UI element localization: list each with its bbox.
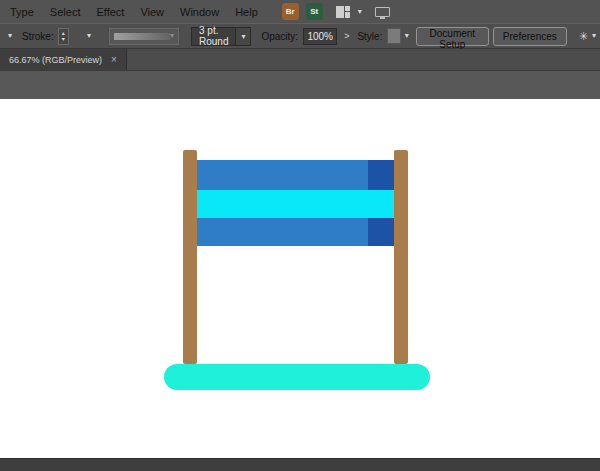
style-label: Style: [357,31,382,42]
style-chevron-icon[interactable]: ▾ [405,32,409,40]
banner-stripe-blue-top[interactable] [197,160,394,190]
menu-window[interactable]: Window [172,0,227,23]
pasteboard [0,71,600,99]
sign-post-right[interactable] [394,150,408,364]
spinner-down-icon[interactable]: ▾ [62,36,65,42]
stroke-weight-stepper[interactable]: ▴ ▾ [58,28,69,45]
brush-definition-dropdown[interactable]: 3 pt. Round ▾ [191,27,251,46]
banner-shape[interactable] [197,160,394,246]
sign-post-left[interactable] [183,150,197,364]
grid-cell [345,6,350,12]
grid-cell [345,12,350,18]
collapsed-control-chevron-icon[interactable]: ▾ [8,32,12,40]
stroke-weight-chevron-icon[interactable]: ▾ [87,32,91,40]
menu-view[interactable]: View [132,0,172,23]
grid-cell [336,6,344,18]
select-similar-icon[interactable]: ✳ [579,30,588,43]
brush-definition-value: 3 pt. Round [192,25,235,47]
stock-button[interactable]: St [306,3,323,20]
menu-help[interactable]: Help [227,0,266,23]
document-tab[interactable]: 66.67% (RGB/Preview) × [0,49,127,70]
control-bar: ▾ Stroke: ▴ ▾ ▾ ▾ 3 pt. Round ▾ Opacity:… [0,23,600,49]
select-similar-chevron-icon[interactable]: ▾ [592,32,596,40]
base-pill-shape[interactable] [164,364,430,390]
menu-select[interactable]: Select [42,0,89,23]
width-profile-preview [114,33,170,40]
preferences-button[interactable]: Preferences [493,27,567,46]
tab-close-icon[interactable]: × [111,54,117,65]
opacity-dropdown[interactable]: 100% [303,28,337,45]
opacity-value: 100% [307,31,333,42]
stroke-label: Stroke: [22,31,54,42]
opacity-flyout-arrow-icon[interactable]: > [344,31,349,41]
menu-bar-icons: Br St ▾ [282,3,390,20]
banner-shadow-bottom[interactable] [368,218,394,246]
banner-shadow-top[interactable] [368,160,394,190]
menu-type[interactable]: Type [2,0,42,23]
width-profile-dropdown[interactable]: ▾ [109,28,179,45]
artboard-canvas[interactable] [0,99,600,458]
arrange-documents-icon[interactable] [336,6,351,18]
banner-stripe-cyan[interactable] [197,190,394,218]
share-screen-icon[interactable] [375,7,390,17]
opacity-label: Opacity: [261,31,298,42]
document-tab-bar: 66.67% (RGB/Preview) × [0,49,600,71]
style-swatch[interactable] [387,28,400,44]
chevron-down-icon[interactable]: ▾ [235,28,250,45]
status-bar [0,458,600,471]
chevron-down-icon[interactable]: ▾ [358,8,362,16]
bridge-button[interactable]: Br [282,3,299,20]
chevron-down-icon: ▾ [170,32,174,40]
banner-stripe-blue-bottom[interactable] [197,218,394,246]
tab-title: 66.67% (RGB/Preview) [9,55,102,65]
illustrator-window: Type Select Effect View Window Help Br S… [0,0,600,471]
menu-bar: Type Select Effect View Window Help Br S… [0,0,600,23]
document-setup-button[interactable]: Document Setup [416,27,489,46]
menu-effect[interactable]: Effect [88,0,132,23]
